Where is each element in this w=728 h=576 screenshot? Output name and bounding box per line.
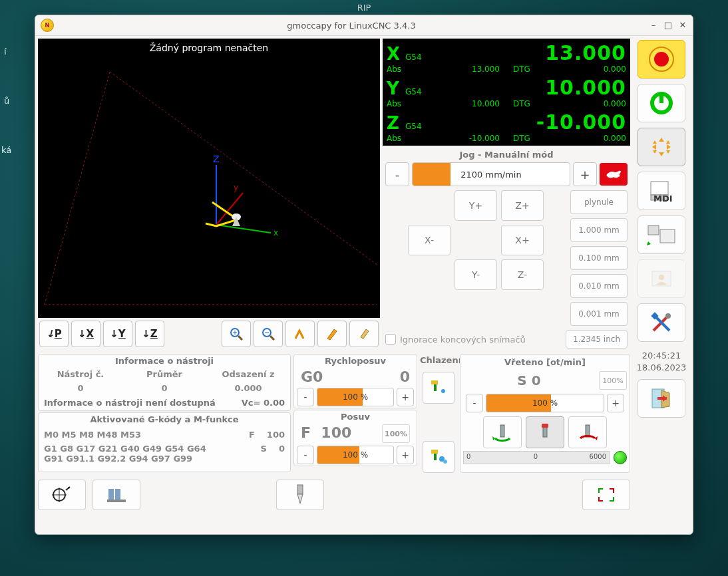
zoom-out-button[interactable] xyxy=(254,321,283,347)
th-tool: Nástroj č. xyxy=(39,367,122,381)
dro-axis-x: X xyxy=(387,44,403,64)
feed-override-bar[interactable]: 100 % xyxy=(317,446,394,464)
tv-dia: 0 xyxy=(122,381,206,395)
rapid-plus[interactable]: + xyxy=(397,388,414,406)
manual-mode-button[interactable] xyxy=(637,128,685,166)
ignore-limits-checkbox[interactable] xyxy=(385,334,396,345)
clear-button[interactable] xyxy=(349,321,379,347)
svg-rect-18 xyxy=(434,384,437,391)
estop-button[interactable] xyxy=(637,40,685,78)
fullscreen-button[interactable] xyxy=(582,480,630,510)
view-z-button[interactable]: ↓Z xyxy=(135,321,164,347)
coolant-mist-button[interactable] xyxy=(423,372,455,404)
desktop-text: ká xyxy=(1,145,11,155)
svg-point-19 xyxy=(441,389,445,393)
jog-feed-minus[interactable]: - xyxy=(385,162,409,186)
touch-off-button[interactable] xyxy=(38,480,86,510)
feed-plus[interactable]: + xyxy=(397,446,414,464)
jog-feed-plus[interactable]: + xyxy=(573,162,597,186)
desktop-text: í xyxy=(4,47,7,57)
tool-table-button[interactable] xyxy=(92,480,140,510)
edit-button[interactable] xyxy=(317,321,347,347)
th-off: Odsazení z xyxy=(206,367,290,381)
window-title: gmoccapy for LinuxCNC 3.4.3 xyxy=(54,21,649,31)
jog-z-minus[interactable]: Z- xyxy=(501,259,544,290)
power-button[interactable] xyxy=(637,84,685,122)
zoom-out-icon xyxy=(261,327,275,341)
tool-none: Informace o nástroji není dostupná xyxy=(44,398,216,408)
zoom-in-button[interactable] xyxy=(222,321,251,347)
svg-point-47 xyxy=(665,313,671,319)
view-p-button[interactable]: ↓P xyxy=(39,321,69,347)
settings-button[interactable] xyxy=(637,303,685,342)
titlebar: N gmoccapy for LinuxCNC 3.4.3 – □ ✕ xyxy=(35,15,693,36)
spindle-cw-button[interactable] xyxy=(568,416,607,448)
jog-step-001[interactable]: 0.010 mm xyxy=(570,274,628,298)
gcode-viewport[interactable]: Žádný program nenačten Z x y xyxy=(38,39,380,318)
minimize-button[interactable]: – xyxy=(649,21,658,30)
svg-rect-26 xyxy=(542,424,548,428)
jog-step-continuous[interactable]: plynule xyxy=(570,190,628,214)
rapid-minus[interactable]: - xyxy=(297,388,314,406)
spindle-minus[interactable]: - xyxy=(466,394,483,412)
auto-mode-button[interactable] xyxy=(637,216,685,254)
jog-y-minus[interactable]: Y- xyxy=(455,259,497,290)
feed-minus[interactable]: - xyxy=(297,446,314,464)
app-icon: N xyxy=(41,19,54,32)
coolant-title: Chlazení xyxy=(420,354,457,366)
svg-rect-42 xyxy=(648,225,659,235)
svg-line-1 xyxy=(110,72,377,265)
view-y-button[interactable]: ↓Y xyxy=(103,321,132,347)
units-button[interactable]: 1.2345 inch xyxy=(566,330,628,349)
spindle-ccw-icon xyxy=(491,421,514,444)
tool-path-button[interactable] xyxy=(285,321,315,347)
spindle-override-bar[interactable]: 100 % xyxy=(486,394,604,412)
dro-system: G54 xyxy=(405,53,422,62)
jog-step-0001[interactable]: 0.001 mm xyxy=(570,302,628,326)
jog-arrows-icon xyxy=(648,135,675,159)
clock: 20:45:21 18.06.2023 xyxy=(637,350,686,374)
spindle-ccw-button[interactable] xyxy=(483,416,522,448)
dro-panel: X G54 13.000 Abs 13.000 DTG 0.000 xyxy=(383,39,630,146)
svg-rect-33 xyxy=(107,500,126,502)
maximize-button[interactable]: □ xyxy=(663,21,673,30)
exit-icon xyxy=(648,385,675,412)
svg-rect-43 xyxy=(660,229,675,243)
tool-change-button[interactable] xyxy=(276,480,324,510)
svg-line-15 xyxy=(270,336,274,340)
exit-button[interactable] xyxy=(637,379,685,418)
ignore-limits-label: Ignorace koncových snímačů xyxy=(400,335,526,345)
jog-y-plus[interactable]: Y+ xyxy=(455,190,497,221)
zoom-in-icon xyxy=(229,327,244,341)
svg-line-11 xyxy=(238,336,242,340)
spindle-stop-icon xyxy=(534,421,556,444)
jog-step-1[interactable]: 1.000 mm xyxy=(570,218,628,242)
app-window: N gmoccapy for LinuxCNC 3.4.3 – □ ✕ Žádn… xyxy=(35,15,693,535)
user-tab-button[interactable] xyxy=(637,259,685,298)
spindle-stop-button[interactable] xyxy=(526,416,564,448)
spindle-cw-icon xyxy=(576,421,599,444)
mdi-icon: MDI xyxy=(647,178,676,204)
jog-feed-bar[interactable]: 2100 mm/min xyxy=(412,162,570,186)
jog-step-01[interactable]: 0.100 mm xyxy=(570,246,628,270)
jog-z-plus[interactable]: Z+ xyxy=(501,190,544,221)
mdi-mode-button[interactable]: MDI xyxy=(637,172,685,210)
jog-rapid-button[interactable] xyxy=(600,163,628,186)
spindle-plus[interactable]: + xyxy=(607,394,624,412)
jog-x-plus[interactable]: X+ xyxy=(501,225,544,255)
close-button[interactable]: ✕ xyxy=(678,21,687,30)
svg-point-23 xyxy=(443,460,447,464)
jog-x-minus[interactable]: X- xyxy=(408,225,451,255)
spindle-speed: S 0 xyxy=(463,372,595,388)
coolant-flood-button[interactable] xyxy=(423,441,455,473)
dro-y-value: 10.000 xyxy=(422,76,626,99)
svg-text:Z: Z xyxy=(213,154,220,164)
rapid-override-bar[interactable]: 100 % xyxy=(317,388,394,406)
clock-date: 18.06.2023 xyxy=(637,362,686,374)
svg-rect-24 xyxy=(500,425,504,437)
svg-rect-21 xyxy=(434,454,437,460)
jog-title: Jog - Manuální mód xyxy=(385,150,628,160)
clock-time: 20:45:21 xyxy=(637,350,686,362)
view-x-button[interactable]: ↓X xyxy=(71,321,100,347)
tool-vc: Vc= 0.00 xyxy=(242,398,285,408)
